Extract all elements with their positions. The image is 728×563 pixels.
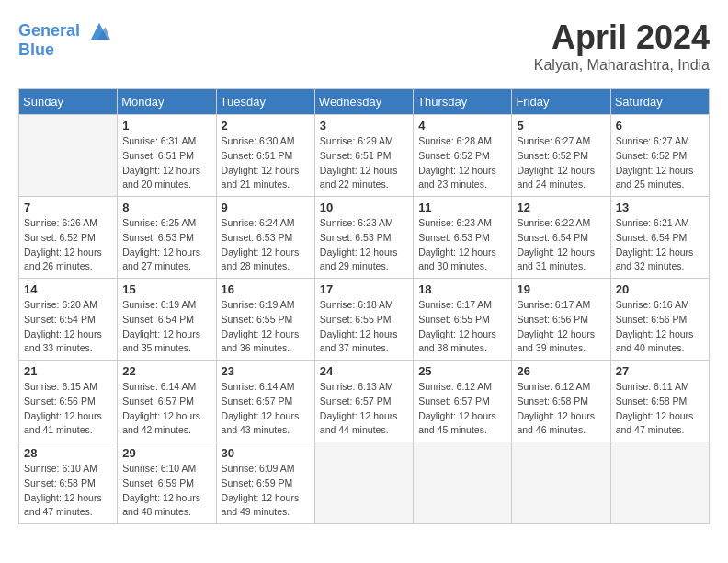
day-info: Sunrise: 6:19 AM Sunset: 6:55 PM Dayligh… (222, 298, 310, 356)
calendar-cell: 25 Sunrise: 6:12 AM Sunset: 6:57 PM Dayl… (414, 361, 512, 442)
day-number: 22 (122, 364, 210, 378)
title-block: April 2024 Kalyan, Maharashtra, India (534, 18, 710, 74)
calendar-cell: 22 Sunrise: 6:14 AM Sunset: 6:57 PM Dayl… (118, 361, 216, 442)
calendar-cell (314, 442, 413, 524)
day-number: 16 (222, 282, 310, 296)
calendar-cell (414, 442, 512, 524)
weekday-header: Wednesday (314, 89, 413, 115)
calendar-cell: 24 Sunrise: 6:13 AM Sunset: 6:57 PM Dayl… (314, 361, 413, 442)
weekday-header: Tuesday (216, 89, 314, 115)
day-info: Sunrise: 6:10 AM Sunset: 6:58 PM Dayligh… (24, 462, 112, 520)
calendar-cell: 28 Sunrise: 6:10 AM Sunset: 6:58 PM Dayl… (19, 442, 118, 524)
day-info: Sunrise: 6:26 AM Sunset: 6:52 PM Dayligh… (24, 216, 112, 274)
day-info: Sunrise: 6:19 AM Sunset: 6:54 PM Dayligh… (122, 298, 210, 356)
day-info: Sunrise: 6:23 AM Sunset: 6:53 PM Dayligh… (320, 216, 408, 274)
calendar-cell: 19 Sunrise: 6:17 AM Sunset: 6:56 PM Dayl… (512, 279, 610, 361)
day-number: 3 (320, 119, 408, 132)
calendar-cell: 30 Sunrise: 6:09 AM Sunset: 6:59 PM Dayl… (216, 442, 314, 524)
weekday-header: Thursday (414, 89, 512, 115)
calendar-week-row: 7 Sunrise: 6:26 AM Sunset: 6:52 PM Dayli… (19, 197, 710, 279)
day-info: Sunrise: 6:12 AM Sunset: 6:57 PM Dayligh… (418, 380, 506, 438)
day-number: 14 (24, 282, 112, 296)
day-info: Sunrise: 6:14 AM Sunset: 6:57 PM Dayligh… (122, 380, 210, 438)
day-info: Sunrise: 6:22 AM Sunset: 6:54 PM Dayligh… (517, 216, 605, 274)
calendar-cell: 8 Sunrise: 6:25 AM Sunset: 6:53 PM Dayli… (118, 197, 216, 279)
day-number: 18 (418, 282, 506, 296)
calendar-cell: 11 Sunrise: 6:23 AM Sunset: 6:53 PM Dayl… (414, 197, 512, 279)
weekday-header: Sunday (19, 89, 118, 115)
calendar-cell: 13 Sunrise: 6:21 AM Sunset: 6:54 PM Dayl… (610, 197, 709, 279)
calendar-cell: 20 Sunrise: 6:16 AM Sunset: 6:56 PM Dayl… (610, 279, 709, 361)
calendar-cell: 7 Sunrise: 6:26 AM Sunset: 6:52 PM Dayli… (19, 197, 118, 279)
day-info: Sunrise: 6:27 AM Sunset: 6:52 PM Dayligh… (517, 134, 605, 192)
day-number: 13 (616, 201, 704, 214)
page-header: General Blue April 2024 Kalyan, Maharash… (18, 18, 710, 74)
calendar-week-row: 14 Sunrise: 6:20 AM Sunset: 6:54 PM Dayl… (19, 279, 710, 361)
weekday-header: Saturday (610, 89, 709, 115)
calendar-cell: 16 Sunrise: 6:19 AM Sunset: 6:55 PM Dayl… (216, 279, 314, 361)
month-title: April 2024 (534, 18, 710, 57)
day-info: Sunrise: 6:30 AM Sunset: 6:51 PM Dayligh… (222, 134, 310, 192)
day-number: 23 (222, 364, 310, 378)
day-number: 26 (517, 364, 605, 378)
day-number: 11 (418, 201, 506, 214)
day-number: 5 (517, 119, 605, 132)
day-number: 8 (122, 201, 210, 214)
calendar-cell: 18 Sunrise: 6:17 AM Sunset: 6:55 PM Dayl… (414, 279, 512, 361)
day-number: 6 (616, 119, 704, 132)
day-info: Sunrise: 6:20 AM Sunset: 6:54 PM Dayligh… (24, 298, 112, 356)
day-info: Sunrise: 6:31 AM Sunset: 6:51 PM Dayligh… (122, 134, 210, 192)
day-number: 29 (122, 446, 210, 460)
day-number: 19 (517, 282, 605, 296)
day-info: Sunrise: 6:25 AM Sunset: 6:53 PM Dayligh… (122, 216, 210, 274)
calendar-cell: 15 Sunrise: 6:19 AM Sunset: 6:54 PM Dayl… (118, 279, 216, 361)
day-number: 25 (418, 364, 506, 378)
calendar-cell: 29 Sunrise: 6:10 AM Sunset: 6:59 PM Dayl… (118, 442, 216, 524)
calendar-cell (610, 442, 709, 524)
logo: General Blue (18, 18, 112, 61)
calendar-cell: 1 Sunrise: 6:31 AM Sunset: 6:51 PM Dayli… (118, 115, 216, 197)
day-info: Sunrise: 6:18 AM Sunset: 6:55 PM Dayligh… (320, 298, 408, 356)
calendar-table: SundayMondayTuesdayWednesdayThursdayFrid… (18, 88, 710, 524)
day-info: Sunrise: 6:12 AM Sunset: 6:58 PM Dayligh… (517, 380, 605, 438)
calendar-cell: 23 Sunrise: 6:14 AM Sunset: 6:57 PM Dayl… (216, 361, 314, 442)
day-number: 9 (222, 201, 310, 214)
day-info: Sunrise: 6:24 AM Sunset: 6:53 PM Dayligh… (222, 216, 310, 274)
day-info: Sunrise: 6:14 AM Sunset: 6:57 PM Dayligh… (222, 380, 310, 438)
day-number: 28 (24, 446, 112, 460)
day-info: Sunrise: 6:11 AM Sunset: 6:58 PM Dayligh… (616, 380, 704, 438)
day-info: Sunrise: 6:28 AM Sunset: 6:52 PM Dayligh… (418, 134, 506, 192)
calendar-cell: 4 Sunrise: 6:28 AM Sunset: 6:52 PM Dayli… (414, 115, 512, 197)
calendar-cell: 5 Sunrise: 6:27 AM Sunset: 6:52 PM Dayli… (512, 115, 610, 197)
day-number: 21 (24, 364, 112, 378)
day-number: 27 (616, 364, 704, 378)
day-number: 4 (418, 119, 506, 132)
calendar-cell: 10 Sunrise: 6:23 AM Sunset: 6:53 PM Dayl… (314, 197, 413, 279)
calendar-cell: 27 Sunrise: 6:11 AM Sunset: 6:58 PM Dayl… (610, 361, 709, 442)
day-info: Sunrise: 6:16 AM Sunset: 6:56 PM Dayligh… (616, 298, 704, 356)
calendar-cell: 9 Sunrise: 6:24 AM Sunset: 6:53 PM Dayli… (216, 197, 314, 279)
day-number: 12 (517, 201, 605, 214)
calendar-week-row: 1 Sunrise: 6:31 AM Sunset: 6:51 PM Dayli… (19, 115, 710, 197)
day-number: 7 (24, 201, 112, 214)
calendar-cell: 6 Sunrise: 6:27 AM Sunset: 6:52 PM Dayli… (610, 115, 709, 197)
day-number: 2 (222, 119, 310, 132)
day-info: Sunrise: 6:23 AM Sunset: 6:53 PM Dayligh… (418, 216, 506, 274)
calendar-cell: 14 Sunrise: 6:20 AM Sunset: 6:54 PM Dayl… (19, 279, 118, 361)
day-info: Sunrise: 6:09 AM Sunset: 6:59 PM Dayligh… (222, 462, 310, 520)
day-number: 20 (616, 282, 704, 296)
day-info: Sunrise: 6:17 AM Sunset: 6:55 PM Dayligh… (418, 298, 506, 356)
calendar-cell: 3 Sunrise: 6:29 AM Sunset: 6:51 PM Dayli… (314, 115, 413, 197)
day-number: 30 (222, 446, 310, 460)
day-number: 15 (122, 282, 210, 296)
day-info: Sunrise: 6:15 AM Sunset: 6:56 PM Dayligh… (24, 380, 112, 438)
day-number: 1 (122, 119, 210, 132)
day-info: Sunrise: 6:29 AM Sunset: 6:51 PM Dayligh… (320, 134, 408, 192)
calendar-week-row: 21 Sunrise: 6:15 AM Sunset: 6:56 PM Dayl… (19, 361, 710, 442)
day-info: Sunrise: 6:13 AM Sunset: 6:57 PM Dayligh… (320, 380, 408, 438)
day-info: Sunrise: 6:27 AM Sunset: 6:52 PM Dayligh… (616, 134, 704, 192)
day-number: 17 (320, 282, 408, 296)
calendar-cell: 26 Sunrise: 6:12 AM Sunset: 6:58 PM Dayl… (512, 361, 610, 442)
calendar-cell: 12 Sunrise: 6:22 AM Sunset: 6:54 PM Dayl… (512, 197, 610, 279)
weekday-header: Friday (512, 89, 610, 115)
